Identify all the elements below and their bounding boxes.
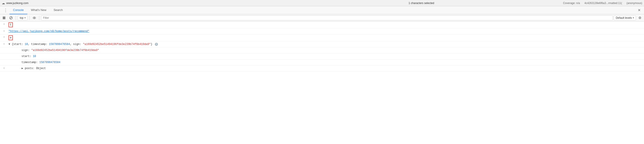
filter-input[interactable] — [41, 15, 613, 20]
row-gutter-4c — [0, 60, 8, 60]
row-content-start: start: 10 — [8, 54, 644, 59]
console-row-sign: sign: "a169d92452be51494196fde3e239b74f6… — [0, 47, 644, 54]
tab-url-section: ☁ www.juzikong.com — [2, 1, 280, 5]
output-arrow-2: ‹ — [4, 29, 4, 32]
svg-line-3 — [10, 17, 12, 19]
row-gutter-1: › — [0, 22, 8, 25]
cloud-icon: ☁ — [2, 1, 5, 5]
svg-rect-0 — [3, 16, 4, 19]
row-gutter-4b — [0, 54, 8, 54]
close-devtools-button[interactable]: ✕ — [636, 7, 642, 13]
row-content-2: "https://api.juzikong.com/n0/home/posts/… — [8, 29, 644, 34]
prop-posts-label: posts: — [25, 67, 36, 70]
prop-start-val: 10 — [33, 55, 36, 58]
eye-button[interactable] — [32, 15, 37, 21]
tab-search[interactable]: Search — [50, 6, 66, 14]
row-content-3: e — [8, 35, 644, 41]
obj-comma-2: , sign: — [70, 43, 83, 46]
url-text: www.juzikong.com — [6, 1, 28, 5]
prop-posts-type: Object — [36, 67, 46, 70]
row-gutter-3: › — [0, 35, 8, 38]
row-gutter-2: ‹ — [0, 29, 8, 32]
console-row-start: start: 10 — [0, 54, 644, 60]
input-value-t: t — [8, 22, 13, 27]
obj-close-brace: } — [151, 43, 152, 46]
console-output: › t ‹ "https://api.juzikong.com/n0/home/… — [0, 21, 644, 144]
hash-text: 4c4263139e6f8a3...rmatted:11( — [584, 1, 622, 5]
top-bar: ☁ www.juzikong.com 1 characters selected… — [0, 0, 644, 6]
obj-ts-val: 1587098476584 — [49, 43, 70, 46]
obj-expand-arrow[interactable]: ▼ — [8, 43, 10, 46]
input-arrow-1: › — [4, 22, 4, 25]
context-label: top — [20, 16, 24, 19]
row-content-timestamp: timestamp: 1587098476584 — [8, 60, 644, 65]
top-bar-right: Coverage: n/a 4c4263139e6f8a3...rmatted:… — [563, 1, 642, 5]
prop-ts-val: 1587098476584 — [39, 61, 60, 64]
output-arrow-4: ‹ — [4, 42, 4, 45]
tab-console[interactable]: Console — [10, 6, 28, 14]
settings-button[interactable]: ⚙ — [637, 15, 643, 21]
svg-rect-1 — [4, 16, 5, 19]
row-content-4: ▼ {start: 10, timestamp: 1587098476584, … — [8, 42, 644, 47]
clear-console-button[interactable] — [8, 15, 14, 21]
toolbar-divider-3 — [39, 16, 39, 20]
run-script-button[interactable] — [1, 15, 7, 21]
row-content-1: t — [8, 22, 644, 28]
anonymous-text: (anonymous) — [626, 1, 642, 5]
console-row-posts: ‹ ▶ posts: Object — [0, 66, 644, 72]
prop-sign-key: sign: — [22, 49, 31, 52]
input-arrow-3: › — [4, 35, 4, 38]
row-gutter-4: ‹ — [0, 42, 8, 45]
levels-selector[interactable]: Default levels ▾ — [614, 15, 636, 20]
posts-expand-arrow[interactable]: ▶ — [22, 67, 23, 70]
prop-ts-key: timestamp: — [22, 61, 39, 64]
tab-whats-new[interactable]: What's New — [28, 6, 50, 14]
levels-dropdown-arrow: ▾ — [633, 16, 634, 19]
devtools-tabs-bar: ⋮ Console What's New Search ✕ — [0, 6, 644, 14]
prop-sign-val: "a169d92452be51494196fde3e239b74f6b419da… — [31, 49, 99, 52]
output-arrow-5: ‹ — [4, 67, 4, 70]
row-gutter-5: ‹ — [0, 66, 8, 70]
coverage-text: Coverage: n/a — [563, 1, 580, 5]
console-row-url: ‹ "https://api.juzikong.com/n0/home/post… — [0, 28, 644, 34]
obj-start-val: 10 — [25, 43, 28, 46]
prop-start-key: start: — [22, 55, 33, 58]
row-content-sign: sign: "a169d92452be51494196fde3e239b74f6… — [8, 48, 644, 53]
obj-preview-open: {start: — [12, 43, 25, 46]
more-options-icon[interactable]: ⋮ — [2, 8, 10, 13]
row-gutter-4a — [0, 48, 8, 48]
console-row-timestamp: timestamp: 1587098476584 — [0, 60, 644, 66]
eye-icon — [32, 16, 36, 20]
console-row-obj: ‹ ▼ {start: 10, timestamp: 1587098476584… — [0, 41, 644, 47]
run-icon — [2, 16, 6, 20]
levels-label: Default levels — [616, 16, 632, 19]
console-toolbar: top ▾ Default levels ▾ ⚙ — [0, 14, 644, 21]
obj-sign-preview: "a169d92452be51494196fde3e239b74f6b419da… — [83, 43, 150, 46]
svg-point-5 — [34, 17, 35, 18]
url-value[interactable]: "https://api.juzikong.com/n0/home/posts/… — [8, 30, 89, 33]
info-icon[interactable]: i — [155, 43, 158, 46]
block-icon — [9, 16, 13, 20]
toolbar-divider-1 — [16, 16, 16, 20]
row-content-posts: ▶ posts: Object — [8, 66, 644, 71]
console-row-input-e: › e — [0, 34, 644, 41]
selected-text-indicator: 1 characters selected — [282, 1, 560, 5]
input-value-e: e — [8, 35, 13, 40]
context-dropdown-arrow: ▾ — [24, 16, 26, 19]
context-selector[interactable]: top ▾ — [18, 15, 28, 20]
obj-comma-1: , timestamp: — [28, 43, 49, 46]
console-row-input-t: › t — [0, 21, 644, 28]
